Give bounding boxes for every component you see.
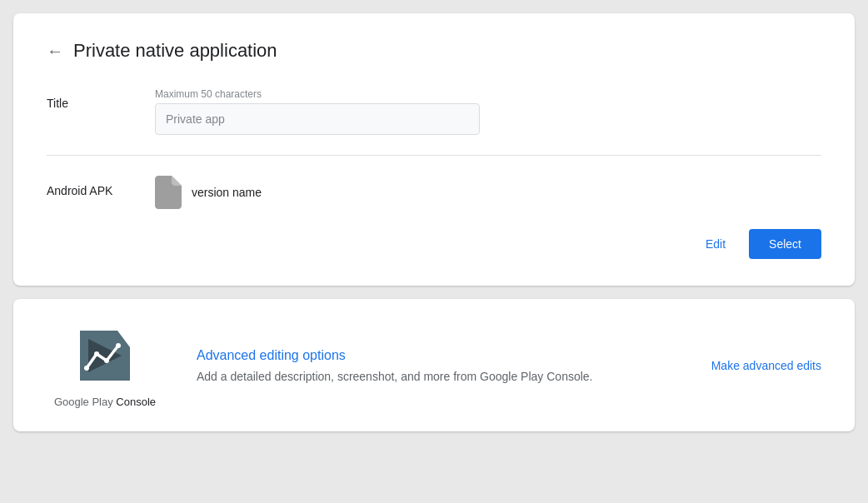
main-card: ← Private native application Title Maxim…: [13, 13, 855, 286]
apk-row: Android APK version name: [47, 176, 821, 209]
svg-point-3: [94, 351, 99, 356]
advanced-description: Add a detailed description, screenshot, …: [197, 370, 685, 383]
title-label: Title: [47, 88, 155, 110]
page-title: Private native application: [73, 40, 277, 62]
page-header: ← Private native application: [47, 40, 821, 62]
actions-row: Edit Select: [47, 229, 821, 259]
divider-1: [47, 155, 821, 156]
advanced-section-title: Advanced editing options: [197, 348, 685, 363]
svg-point-5: [116, 343, 121, 348]
advanced-content: Advanced editing options Add a detailed …: [197, 348, 685, 383]
apk-label: Android APK: [47, 176, 155, 197]
title-row: Title Maximum 50 characters: [47, 88, 821, 135]
back-button[interactable]: ←: [47, 42, 63, 61]
char-limit-hint: Maximum 50 characters: [155, 88, 480, 100]
gpc-label-bold: Console: [116, 396, 156, 408]
google-play-console-icon: [72, 322, 138, 389]
gpc-logo-area: Google Play Console: [47, 322, 163, 408]
make-advanced-edits-button[interactable]: Make advanced edits: [711, 352, 821, 379]
svg-point-4: [104, 358, 109, 363]
gpc-label-regular: Google Play: [54, 396, 116, 408]
gpc-label: Google Play Console: [54, 396, 156, 408]
advanced-card: Google Play Console Advanced editing opt…: [13, 299, 855, 431]
title-field-wrapper: Maximum 50 characters: [155, 88, 480, 135]
apk-file-area: version name: [155, 176, 262, 209]
edit-button[interactable]: Edit: [696, 231, 736, 257]
title-input[interactable]: [155, 103, 480, 135]
svg-point-2: [84, 366, 89, 371]
file-icon: [155, 176, 182, 209]
select-button[interactable]: Select: [749, 229, 821, 259]
version-name: version name: [192, 186, 262, 199]
